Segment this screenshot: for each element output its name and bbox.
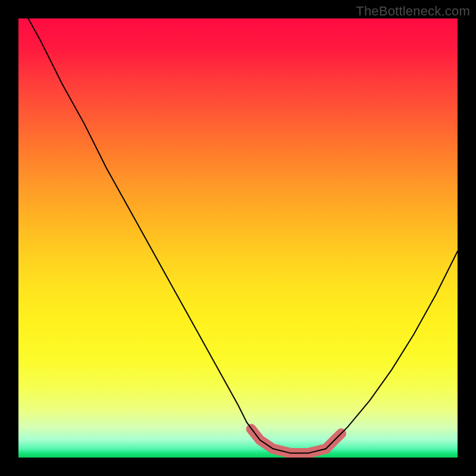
- watermark-label: TheBottleneck.com: [356, 4, 470, 19]
- bottleneck-curve: [18, 18, 458, 453]
- optimal-zone-highlight: [251, 429, 341, 453]
- plot-area: [18, 18, 458, 458]
- chart-svg: [18, 18, 458, 458]
- chart-frame: TheBottleneck.com: [0, 0, 476, 476]
